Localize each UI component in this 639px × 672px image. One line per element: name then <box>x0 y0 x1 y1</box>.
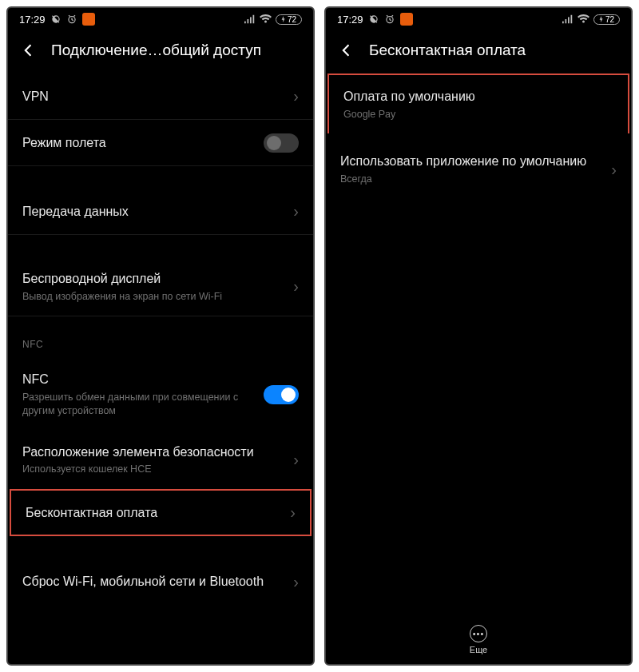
row-sublabel: Используется кошелек HCE <box>22 463 282 476</box>
row-label: NFC <box>22 371 252 388</box>
row-security-element[interactable]: Расположение элемента безопасности Испол… <box>8 431 313 489</box>
status-left: 17:29 <box>19 13 95 26</box>
row-sublabel: Вывод изображения на экран по сети Wi-Fi <box>22 290 282 304</box>
row-label: Сброс Wi-Fi, мобильной сети и Bluetooth <box>22 573 282 590</box>
svg-rect-3 <box>250 17 252 23</box>
wifi-icon <box>577 14 589 24</box>
svg-rect-2 <box>247 19 248 23</box>
row-label: Бесконтактная оплата <box>26 504 279 522</box>
spacer <box>8 536 313 559</box>
chevron-right-icon: › <box>293 451 299 469</box>
row-vpn[interactable]: VPN › <box>8 74 313 120</box>
svg-rect-8 <box>568 17 570 23</box>
svg-rect-7 <box>565 19 566 23</box>
settings-list: VPN › Режим полета Передача данных › Бес… <box>8 74 313 664</box>
nav-more[interactable]: ••• Еще <box>470 625 487 654</box>
settings-list: Оплата по умолчанию Google Pay Использов… <box>326 74 631 617</box>
row-sublabel: Разрешить обмен данными при совмещении с… <box>22 391 252 418</box>
alarm-off-icon <box>368 14 379 25</box>
row-contactless-payment[interactable]: Бесконтактная оплата › <box>10 489 312 536</box>
svg-rect-6 <box>562 22 564 24</box>
row-default-payment[interactable]: Оплата по умолчанию Google Pay <box>327 74 629 133</box>
nav-label: Еще <box>470 645 487 654</box>
page-title: Подключение…общий доступ <box>51 42 261 59</box>
row-label: Беспроводной дисплей <box>22 270 282 288</box>
spacer <box>8 166 313 189</box>
row-label: Режим полета <box>22 134 252 152</box>
phone-left: 17:29 72 Подключение…общий <box>6 6 315 666</box>
chevron-right-icon: › <box>293 573 299 591</box>
chevron-right-icon: › <box>290 503 296 522</box>
status-left: 17:29 <box>337 13 413 26</box>
airplane-toggle[interactable] <box>264 133 299 153</box>
page-title: Бесконтактная оплата <box>369 42 526 59</box>
svg-rect-9 <box>570 15 572 24</box>
svg-rect-1 <box>244 22 246 24</box>
row-label: Передача данных <box>22 203 282 221</box>
alarm-icon <box>384 14 395 25</box>
chevron-right-icon: › <box>293 87 299 105</box>
header: Бесконтактная оплата <box>326 30 631 74</box>
app-badge-icon <box>82 13 95 26</box>
status-time: 17:29 <box>19 14 46 26</box>
wifi-icon <box>260 14 272 24</box>
more-icon: ••• <box>470 625 487 642</box>
row-use-default-app[interactable]: Использовать приложение по умолчанию Все… <box>326 140 631 198</box>
battery-indicator: 72 <box>276 14 302 25</box>
row-label: Использовать приложение по умолчанию <box>340 153 600 170</box>
row-data-transfer[interactable]: Передача данных › <box>8 189 313 235</box>
chevron-right-icon: › <box>611 161 617 179</box>
status-bar: 17:29 72 <box>8 8 313 30</box>
phone-right: 17:29 72 Бесконтактная опла <box>324 6 633 666</box>
row-sublabel: Всегда <box>340 173 600 186</box>
status-right: 72 <box>244 14 302 25</box>
back-button[interactable] <box>339 42 355 58</box>
row-nfc[interactable]: NFC Разрешить обмен данными при совмещен… <box>8 358 313 430</box>
row-label: VPN <box>22 88 282 105</box>
battery-indicator: 72 <box>593 14 620 25</box>
row-sublabel: Google Pay <box>343 108 602 121</box>
bottom-nav: ••• Еще <box>326 617 631 664</box>
nfc-toggle[interactable] <box>264 385 299 404</box>
chevron-right-icon: › <box>293 202 299 221</box>
row-reset-network[interactable]: Сброс Wi-Fi, мобильной сети и Bluetooth … <box>8 559 313 605</box>
header: Подключение…общий доступ <box>8 30 313 74</box>
spacer <box>8 235 313 257</box>
section-nfc: NFC <box>8 316 313 358</box>
chevron-right-icon: › <box>293 277 299 296</box>
status-time: 17:29 <box>337 14 363 26</box>
row-wireless-display[interactable]: Беспроводной дисплей Вывод изображения н… <box>8 257 313 316</box>
row-label: Расположение элемента безопасности <box>22 443 282 461</box>
signal-icon <box>562 14 574 24</box>
status-bar: 17:29 72 <box>326 8 631 30</box>
svg-rect-4 <box>252 15 254 24</box>
signal-icon <box>244 14 256 24</box>
back-button[interactable] <box>21 42 37 58</box>
app-badge-icon <box>400 13 413 26</box>
alarm-off-icon <box>50 14 62 25</box>
row-label: Оплата по умолчанию <box>343 88 602 105</box>
alarm-icon <box>66 14 77 25</box>
row-airplane-mode[interactable]: Режим полета <box>8 120 313 166</box>
spacer <box>326 133 631 140</box>
status-right: 72 <box>562 14 620 25</box>
